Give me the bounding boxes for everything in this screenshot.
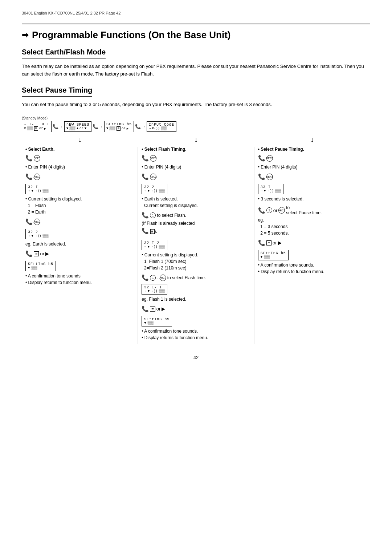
disp-setting-c2-l2: ▼ ▒▒▒ (144, 321, 170, 325)
ant-icon-1: ▼ (24, 127, 26, 130)
down-arrow-3: ↓ (254, 136, 370, 143)
disp-box-4-top: InPUt CodE (149, 123, 174, 127)
to-select-flash-text: to select Flash. (157, 213, 186, 218)
num1-c2: 1 (150, 212, 156, 218)
disp-setting-c3-l1: SEttInG b5 (261, 251, 286, 255)
disp-c2-3212-l1: 32 I-2 (144, 241, 165, 245)
to-select-flash-time-text: to select Flash time. (167, 275, 206, 280)
col3-eg: eg. 1 = 3 seconds 2 = 5 seconds. (258, 217, 367, 236)
menu-eq-c1: ≡ (34, 251, 39, 256)
def3-c3: DEF3 (266, 155, 273, 162)
col2-confirm: • A confirmation tone sounds. • Display … (142, 328, 250, 341)
col1-handset-abc2-2: 📞 ABC2 (25, 218, 134, 225)
col-select-flash: • Select Flash Timing. 📞 DEF3 • Enter PI… (138, 147, 254, 344)
menu-eq-1: ≡ (34, 126, 38, 131)
or-2: or (79, 127, 83, 130)
disp-c2-3212: 32 I-2 → ▼ ·)) ▒▒▒ (142, 240, 167, 250)
handset-arrow-3: 📞→ (135, 124, 146, 129)
handset-icon-c3-2: 📞 (258, 173, 265, 180)
disp-c3-33i: 33 I → ▼ ·)) ▒▒▒ (258, 184, 284, 194)
main-title: ➡ Programmable Functions (On the Base Un… (22, 29, 370, 41)
tri-3: ▶ (127, 127, 128, 131)
arrow-32i: → (28, 189, 30, 193)
handset-icon-c1-3: 📞 (25, 218, 33, 225)
bars-c3: ▒▒▒ (275, 189, 281, 193)
num1-c3: 1 (266, 207, 272, 213)
tri-c2: ▶ (162, 306, 165, 312)
col1-step-pin: • Enter PIN (4 digits) (25, 164, 134, 170)
col1-handset-abc2: 📞 ABC2 (25, 173, 134, 180)
col2-flash-setting-desc: • Current setting is displayed. 1=Flash … (142, 252, 250, 271)
disp-32i-line2: → ▼ ·)) ▒▒▒ (28, 189, 49, 193)
handset-icon-c1-1: 📞 (25, 155, 33, 162)
abc2-c2: ABC2 (150, 174, 156, 180)
disp-setting-c3: SEttInG b5 ▼ ▒▒▒ (258, 250, 289, 260)
section-earth-flash: Select Earth/Flash Mode The earth relay … (22, 48, 370, 78)
disp-box-1: - I- 0 I ▼ ▒▒▒ ≡ or ▶ (22, 121, 52, 132)
dash-c2: - (157, 275, 158, 280)
handset-icon-c3-4: 📞 (258, 239, 265, 246)
def3-c1-1: DEF3 (34, 155, 40, 162)
bars-c2-2: ▒▒▒ (159, 245, 165, 249)
disp-322-line1: 32 2 (28, 230, 49, 234)
disp-32i: 32 I → ▼ ·)) ▒▒▒ (25, 184, 51, 194)
col2-earth-selected: • Earth is selected. Current setting is … (142, 196, 250, 209)
or-3: or (122, 127, 126, 130)
ant-c2: ▼ ·)) (148, 189, 158, 193)
arrow-icon: ➡ (22, 31, 28, 40)
col2-select-flash-time: 📞 1 - ABC2 to select Flash time. (142, 274, 250, 281)
bars-setting-c3: ▒▒▒ (264, 255, 270, 259)
disp-box-4: InPUt CodE → ▼·)) ▒▒▒ (147, 121, 176, 132)
disp-c2-32i1-l1: 32 I- I (144, 285, 165, 289)
tri-1: ▶ (44, 127, 46, 131)
abc2-c2-2: ABC2 (160, 275, 166, 281)
bars-c2: ▒▒▒ (159, 189, 165, 193)
def3-c2: DEF3 (150, 155, 156, 162)
ant-322: ▼ ·)) (31, 234, 41, 238)
tri-dn-2: ▼ (85, 127, 86, 130)
handset-arrow-1: 📞→ (53, 124, 63, 129)
tri-up-2: ▲ (77, 127, 78, 130)
tri-c3: ▶ (278, 240, 282, 245)
col3-3sec-selected: • 3 seconds is selected. (258, 196, 367, 202)
page: 30401 English KX-TCD700NL 25/4/01 2:32 P… (0, 0, 392, 548)
or-c3: or (273, 240, 277, 245)
col2-if-flash: (If Flash is already selected 📞 ≡). (142, 220, 250, 235)
ant-c3: ▼ ·)) (264, 189, 274, 193)
down-arrow-2: ↓ (138, 136, 254, 143)
handset-icon-c3-3: 📞 (258, 207, 265, 214)
menu-eq-3: ≡ (117, 126, 121, 131)
ant-icon-2: ▼ (66, 127, 68, 130)
bars-3: ▒▒▒ (109, 127, 115, 130)
abc2-c1-2: ABC2 (34, 219, 40, 225)
menu-eq-c3: ≡ (266, 240, 271, 245)
col1-menu-or: 📞 ≡ or ▶ (25, 250, 134, 257)
section-pause-timing: Select Pause Timing You can set the paus… (22, 86, 370, 109)
handset-icon-c3-1: 📞 (258, 155, 265, 162)
col2-menu-or: 📞 ≡ or ▶ (142, 305, 250, 312)
disp-322: 32 2 → ▼ ·)) ▒▒▒ (25, 229, 51, 239)
top-flow-area: - I- 0 I ▼ ▒▒▒ ≡ or ▶ 📞→ nEW SPEEd ▼ ▒▒▒… (22, 121, 370, 143)
or-c2: or (156, 306, 161, 312)
disp-box-2-bot: ▼ ▒▒▒ ▲ or ▼ (66, 127, 89, 130)
down-arrows-row: ↓ ↓ ↓ (22, 136, 370, 143)
handset-icon-c2-3: 📞 (142, 212, 149, 219)
disp-c2-32i1-l2: → ▼ ·)) ▒▒▒ (144, 289, 165, 293)
ant-spkr-4: ▼·)) (152, 127, 160, 130)
down-arrow-1: ↓ (22, 136, 138, 143)
col1-confirm: • A confirmation tone sounds. • Display … (25, 273, 134, 286)
abc2-c1: ABC2 (34, 174, 40, 180)
bars-setting-c1: ▒▒▒ (31, 266, 37, 270)
def3-c3-2: DEF3 (266, 174, 273, 180)
page-number: 42 (22, 355, 370, 360)
col-select-earth: • Select Earth. 📞 DEF3 • Enter PIN (4 di… (22, 147, 138, 344)
bars-1: ▒▒▒ (27, 127, 33, 130)
disp-box-3: SEttInG b5 ▼ ▒▒▒ ≡ or ▶ (104, 121, 134, 132)
handset-icon-c2-2: 📞 (142, 173, 149, 180)
bars-c2-3: ▒▒▒ (159, 289, 165, 293)
standby-label: (Standby Mode) (22, 116, 370, 120)
handset-icon-c2-1: 📞 (142, 155, 149, 162)
disp-box-2: nEW SPEEd ▼ ▒▒▒ ▲ or ▼ (64, 121, 91, 132)
col3-title: • Select Pause Timing. (258, 147, 367, 152)
ant-setting-c2: ▼ (144, 321, 146, 325)
